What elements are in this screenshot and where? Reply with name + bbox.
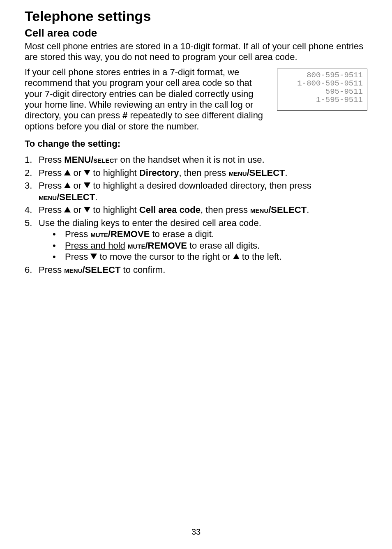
mute-smallcaps: mute	[128, 240, 145, 251]
step-text: Press	[39, 205, 64, 215]
page-heading: Telephone settings	[25, 8, 367, 24]
step-3: Press or to highlight a desired download…	[25, 180, 367, 203]
select-label: /SELECT	[57, 192, 95, 202]
menu-label: MENU/	[64, 155, 93, 165]
bullet-text: Press	[65, 229, 90, 239]
arrow-up-icon	[64, 182, 71, 188]
step-2: Press or to highlight Directory, then pr…	[25, 167, 367, 179]
step-text: .	[95, 192, 97, 202]
bullet-text: to erase a digit.	[150, 229, 214, 239]
remove-label: /REMOVE	[108, 229, 150, 239]
arrow-up-icon	[64, 170, 71, 175]
display-line-3: 595-9511	[281, 88, 363, 96]
intro-paragraph: Most cell phone entries are stored in a …	[25, 41, 367, 63]
step-1: Press MENU/select on the handset when it…	[25, 154, 367, 166]
arrow-down-icon	[84, 170, 90, 175]
body-paragraph: If your cell phone stores entries in a 7…	[25, 67, 271, 132]
bullet-3: Press to move the cursor to the right or…	[53, 251, 367, 263]
hash-key: #	[122, 110, 127, 120]
menu-smallcaps: menu	[39, 192, 57, 202]
bullet-text: to the left.	[240, 251, 282, 262]
change-setting-heading: To change the setting:	[25, 138, 367, 149]
menu-smallcaps: menu	[64, 265, 82, 275]
arrow-down-icon	[84, 182, 90, 188]
step-text: on the handset when it is not in use.	[118, 155, 264, 165]
display-line-2: 1-800-595-9511	[281, 80, 363, 88]
select-label: /SELECT	[247, 168, 285, 178]
step-5: Use the dialing keys to enter the desire…	[25, 217, 367, 263]
menu-smallcaps: menu	[228, 168, 247, 178]
step-4: Press or to highlight Cell area code, th…	[25, 204, 367, 216]
arrow-up-icon	[233, 254, 240, 259]
bullet-2: Press and hold mute/REMOVE to erase all …	[53, 240, 367, 251]
select-smallcaps: select	[93, 155, 118, 165]
step-text: or	[71, 205, 84, 215]
bullet-text: Press	[65, 251, 90, 262]
bullet-text: to move the cursor to the right or	[97, 251, 233, 262]
step-text: to highlight	[90, 168, 139, 178]
step-text: to highlight a desired downloaded direct…	[90, 180, 311, 191]
directory-label: Directory	[139, 168, 179, 178]
step-text: to highlight	[90, 205, 139, 215]
display-line-1: 800-595-9511	[281, 72, 363, 80]
steps-list: Press MENU/select on the handset when it…	[25, 154, 367, 275]
section-heading: Cell area code	[25, 27, 367, 39]
arrow-up-icon	[64, 207, 71, 212]
display-line-4: 1-595-9511	[281, 96, 363, 104]
step-text: , then press	[179, 168, 228, 178]
step-text: Press	[39, 168, 64, 178]
remove-label: /REMOVE	[145, 240, 187, 251]
menu-smallcaps: menu	[250, 205, 268, 215]
step-6: Press menu/SELECT to confirm.	[25, 264, 367, 276]
step-text: Press	[39, 265, 64, 275]
content-row: If your cell phone stores entries in a 7…	[25, 67, 367, 136]
step-text: or	[71, 180, 84, 191]
press-hold-underline: Press and hold	[65, 240, 125, 251]
step-text: to confirm.	[120, 265, 165, 275]
bullet-1: Press mute/REMOVE to erase a digit.	[53, 228, 367, 240]
arrow-down-icon	[84, 207, 90, 212]
step-text: Use the dialing keys to enter the desire…	[39, 218, 261, 228]
lcd-display: 800-595-9511 1-800-595-9511 595-9511 1-5…	[277, 69, 367, 111]
step-text: .	[285, 168, 288, 178]
bullet-text: to erase all digits.	[187, 240, 260, 251]
step-text: or	[71, 168, 84, 178]
step-text: , then press	[201, 205, 250, 215]
step-text: Press	[39, 155, 64, 165]
mute-smallcaps: mute	[90, 229, 108, 239]
step-text: Press	[39, 180, 64, 191]
step-text: .	[307, 205, 309, 215]
select-label: /SELECT	[268, 205, 307, 215]
sub-bullets: Press mute/REMOVE to erase a digit. Pres…	[39, 228, 367, 263]
page-number: 33	[0, 527, 392, 537]
select-label: /SELECT	[83, 265, 121, 275]
cell-area-code-label: Cell area code	[139, 205, 201, 215]
arrow-down-icon	[90, 254, 97, 259]
